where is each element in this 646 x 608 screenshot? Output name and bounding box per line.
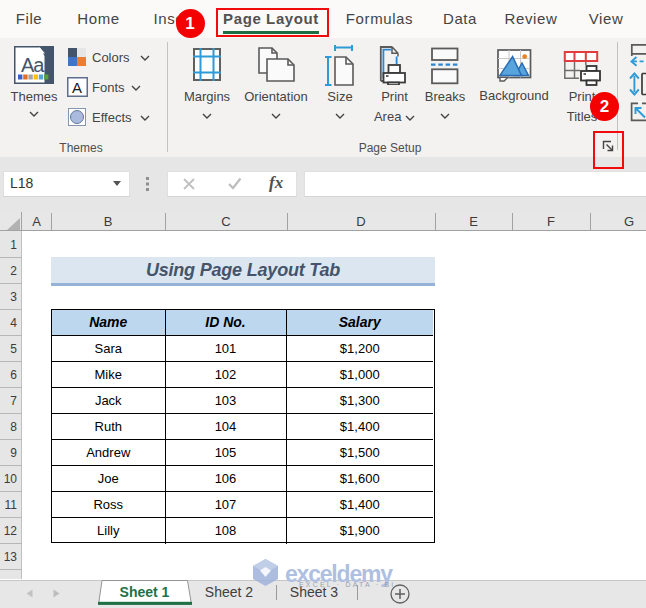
svg-text:A: A [72,79,82,96]
svg-text:Aa: Aa [21,54,45,76]
